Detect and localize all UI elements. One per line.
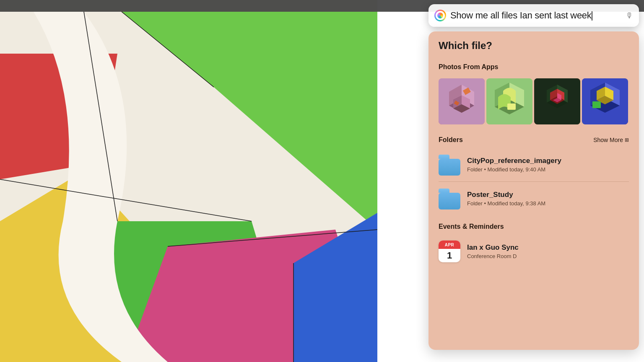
folders-label: Folders bbox=[439, 136, 463, 144]
cal-day: 1 bbox=[439, 249, 460, 262]
show-more-button[interactable]: Show More ⊞ bbox=[593, 137, 629, 143]
event-name-1: Ian x Guo Sync bbox=[467, 243, 629, 252]
photos-section: Photos From Apps bbox=[428, 58, 639, 131]
folder-icon-2 bbox=[439, 188, 460, 209]
event-meta-1: Conference Room D bbox=[467, 253, 629, 259]
results-panel: Which file? Photos From Apps bbox=[428, 31, 639, 350]
photos-section-header: Photos From Apps bbox=[428, 58, 639, 75]
event-info-1: Ian x Guo Sync Conference Room D bbox=[467, 243, 629, 259]
photo-thumbnail-2[interactable] bbox=[486, 78, 532, 124]
folder-name-1: CityPop_reference_imagery bbox=[467, 157, 629, 165]
wallpaper-background bbox=[0, 0, 377, 362]
microphone-icon[interactable]: 🎙 bbox=[626, 11, 633, 20]
events-label: Events & Reminders bbox=[439, 223, 504, 230]
photos-grid bbox=[428, 75, 639, 131]
photos-label: Photos From Apps bbox=[439, 63, 499, 71]
folder-icon-1 bbox=[439, 154, 460, 176]
folder-item-2[interactable]: Poster_Study Folder • Modified today, 9:… bbox=[428, 182, 639, 215]
events-section: Events & Reminders APR 1 Ian x Guo Sync … bbox=[428, 215, 639, 268]
show-more-icon: ⊞ bbox=[625, 137, 629, 143]
folders-section: Folders Show More ⊞ CityPop_reference_im… bbox=[428, 131, 639, 215]
photo-thumbnail-1[interactable] bbox=[439, 78, 485, 124]
folder-info-1: CityPop_reference_imagery Folder • Modif… bbox=[467, 157, 629, 173]
siri-icon bbox=[434, 10, 446, 21]
folder-info-2: Poster_Study Folder • Modified today, 9:… bbox=[467, 191, 629, 207]
folder-item-1[interactable]: CityPop_reference_imagery Folder • Modif… bbox=[428, 148, 639, 181]
show-more-text: Show More bbox=[593, 137, 623, 143]
spotlight-container: Show me all files Ian sent last week 🎙 W… bbox=[376, 0, 644, 362]
results-title: Which file? bbox=[428, 40, 639, 58]
calendar-icon-1: APR 1 bbox=[439, 240, 460, 262]
svg-rect-27 bbox=[507, 103, 516, 110]
events-section-header: Events & Reminders bbox=[428, 217, 639, 235]
event-item-1[interactable]: APR 1 Ian x Guo Sync Conference Room D bbox=[428, 235, 639, 268]
folder-meta-1: Folder • Modified today, 9:40 AM bbox=[467, 166, 629, 173]
folder-name-2: Poster_Study bbox=[467, 191, 629, 199]
folder-meta-2: Folder • Modified today, 9:38 AM bbox=[467, 200, 629, 207]
svg-rect-44 bbox=[592, 101, 601, 108]
search-bar[interactable]: Show me all files Ian sent last week 🎙 bbox=[428, 4, 639, 27]
photo-thumbnail-4[interactable] bbox=[582, 78, 628, 124]
folders-section-header: Folders Show More ⊞ bbox=[428, 131, 639, 148]
cal-month: APR bbox=[439, 240, 460, 249]
photo-thumbnail-3[interactable] bbox=[534, 78, 580, 124]
search-query-text: Show me all files Ian sent last week bbox=[450, 10, 591, 21]
text-cursor bbox=[592, 11, 592, 21]
search-input[interactable]: Show me all files Ian sent last week bbox=[450, 10, 621, 21]
